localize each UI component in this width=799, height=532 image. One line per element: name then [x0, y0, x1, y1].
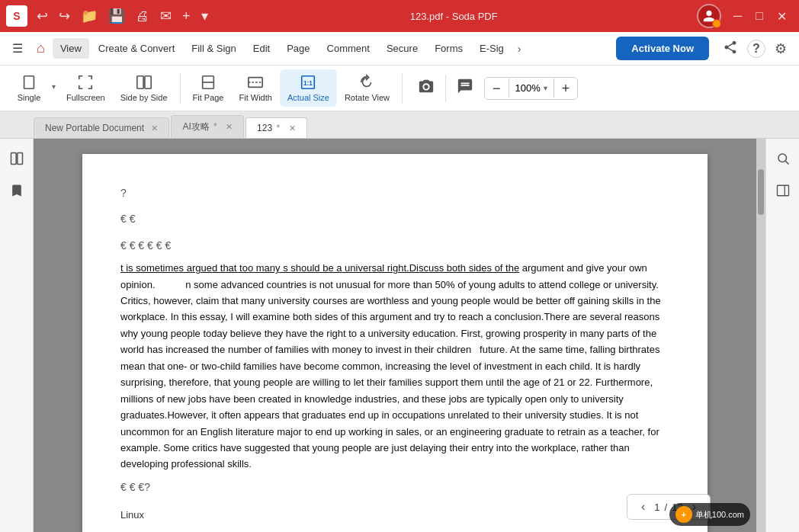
- fit-width-label: Fit Width: [239, 93, 271, 102]
- window-title: 123.pdf - Soda PDF: [217, 11, 691, 22]
- svg-rect-13: [777, 185, 788, 196]
- view-panel-icon: [776, 184, 790, 197]
- current-page-number[interactable]: 1: [654, 502, 659, 513]
- email-button[interactable]: ✉: [157, 6, 175, 26]
- single-dropdown-arrow[interactable]: ▾: [49, 78, 59, 98]
- actual-size-icon: 1:1: [300, 74, 316, 91]
- add-button[interactable]: +: [179, 7, 194, 26]
- undo-button[interactable]: ↩: [34, 6, 51, 26]
- panel-icon: [9, 151, 24, 166]
- scroll-thumb[interactable]: [758, 169, 764, 215]
- toolbar-camera-group: [413, 73, 478, 103]
- zoom-dropdown-arrow[interactable]: ▾: [544, 84, 547, 92]
- svg-rect-2: [145, 76, 151, 89]
- help-button[interactable]: ?: [747, 40, 765, 58]
- rotate-view-icon: [358, 74, 375, 91]
- svg-text:1:1: 1:1: [303, 80, 313, 87]
- doc-symbol-2: € €: [120, 210, 669, 227]
- actual-size-button[interactable]: 1:1 Actual Size: [280, 69, 337, 107]
- zoom-out-button[interactable]: −: [485, 78, 509, 99]
- user-notification-badge: [712, 19, 721, 28]
- right-sidebar-panel[interactable]: [771, 178, 795, 203]
- single-view-button[interactable]: Single: [9, 69, 49, 107]
- right-sidebar: [765, 139, 799, 532]
- watermark-text: 单机100.com: [695, 509, 744, 521]
- menu-item-fill-sign[interactable]: Fill & Sign: [184, 38, 244, 59]
- vertical-scrollbar[interactable]: [756, 139, 765, 532]
- fit-page-button[interactable]: Fit Page: [185, 69, 232, 107]
- single-label: Single: [18, 93, 41, 102]
- home-menu-item[interactable]: ⌂: [30, 36, 51, 61]
- single-view-group: Single ▾: [9, 69, 59, 107]
- open-button[interactable]: 📁: [78, 6, 101, 26]
- toolbar-separator-1: [180, 73, 181, 104]
- doc-symbol-3: € € € € € €: [120, 237, 669, 254]
- window-controls: ─ □ ✕: [727, 6, 793, 27]
- tab-modified-dot: *: [276, 123, 280, 133]
- svg-rect-10: [17, 153, 22, 165]
- zoom-percentage: 100%: [515, 82, 541, 94]
- settings-button[interactable]: ⚙: [769, 36, 793, 62]
- close-button[interactable]: ✕: [771, 6, 793, 27]
- document-area: ? € € € € € € € € t is sometimes argued …: [34, 139, 756, 532]
- tab-label: 123: [257, 123, 272, 133]
- fullscreen-label: Fullscreen: [66, 93, 105, 102]
- maximize-button[interactable]: □: [749, 6, 769, 26]
- doc-symbol-1: ?: [120, 184, 669, 201]
- tab-close-button[interactable]: ✕: [289, 123, 296, 133]
- bookmark-icon: [9, 183, 24, 198]
- tab-new-portable-document[interactable]: New Portable Document ✕: [34, 117, 169, 138]
- comment-icon: [457, 78, 473, 95]
- prev-page-button[interactable]: ‹: [637, 498, 650, 515]
- redo-button[interactable]: ↪: [56, 6, 73, 26]
- tab-close-button[interactable]: ✕: [151, 123, 158, 133]
- svg-rect-1: [136, 76, 143, 89]
- tab-ai[interactable]: AI攻略 * ✕: [171, 115, 244, 138]
- menu-item-forms[interactable]: Forms: [427, 38, 470, 59]
- toolbar-separator-2: [402, 73, 403, 104]
- document-text: t is sometimes argued that too many s sh…: [120, 260, 669, 473]
- more-actions-button[interactable]: ▾: [198, 6, 211, 26]
- fit-width-button[interactable]: Fit Width: [231, 69, 279, 107]
- sidebar-panel-toggle[interactable]: [5, 146, 29, 171]
- tab-close-button[interactable]: ✕: [226, 122, 233, 131]
- document-page: ? € € € € € € € € t is sometimes argued …: [82, 154, 708, 532]
- tab-123[interactable]: 123 * ✕: [245, 117, 306, 138]
- side-by-side-label: Side by Side: [120, 93, 168, 102]
- zoom-in-button[interactable]: +: [554, 78, 578, 99]
- title-bar: S ↩ ↪ 📁 💾 🖨 ✉ + ▾ 123.pdf - Soda PDF ─ □…: [0, 0, 799, 32]
- menu-item-create-convert[interactable]: Create & Convert: [91, 38, 182, 59]
- menu-item-view[interactable]: View: [53, 38, 89, 59]
- minimize-button[interactable]: ─: [727, 6, 748, 26]
- menu-bar: ☰ ⌂ View Create & Convert Fill & Sign Ed…: [0, 32, 799, 66]
- share-button[interactable]: [717, 35, 744, 62]
- menu-item-page[interactable]: Page: [279, 38, 317, 59]
- print-button[interactable]: 🖨: [133, 7, 152, 26]
- single-icon: [21, 74, 37, 91]
- comment-button[interactable]: [452, 73, 478, 103]
- side-by-side-button[interactable]: Side by Side: [113, 69, 175, 107]
- menu-item-comment[interactable]: Comment: [319, 38, 377, 59]
- left-sidebar: [0, 139, 34, 532]
- menu-item-esig[interactable]: E-Sig: [472, 38, 512, 59]
- right-sidebar-search[interactable]: [771, 146, 795, 171]
- rotate-view-button[interactable]: Rotate View: [337, 69, 397, 107]
- camera-button[interactable]: [413, 73, 439, 103]
- app-logo: S: [6, 5, 27, 27]
- svg-rect-0: [24, 76, 34, 89]
- menu-more-button[interactable]: ›: [513, 40, 526, 58]
- hamburger-menu[interactable]: ☰: [6, 37, 29, 60]
- menu-item-secure[interactable]: Secure: [379, 38, 425, 59]
- user-avatar[interactable]: [697, 4, 721, 28]
- sidebar-bookmark-toggle[interactable]: [5, 178, 29, 203]
- tabs-bar: New Portable Document ✕ AI攻略 * ✕ 123 * ✕: [0, 111, 799, 139]
- search-icon: [776, 152, 790, 165]
- activate-now-button[interactable]: Activate Now: [616, 37, 709, 60]
- fullscreen-button[interactable]: Fullscreen: [59, 69, 113, 107]
- zoom-value-display[interactable]: 100% ▾: [509, 79, 554, 98]
- toolbar: Single ▾ Fullscreen Side by Side Fit Pag…: [0, 66, 799, 111]
- page-separator: /: [665, 502, 668, 513]
- menu-item-edit[interactable]: Edit: [245, 38, 278, 59]
- doc-footer-text: Linux: [120, 508, 669, 524]
- save-button[interactable]: 💾: [105, 6, 128, 26]
